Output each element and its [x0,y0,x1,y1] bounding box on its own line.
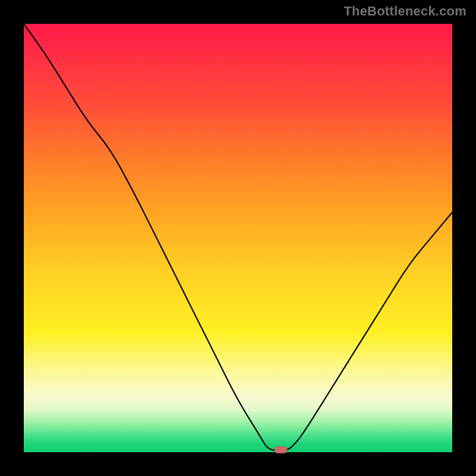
optimal-marker [274,446,287,453]
watermark-text: TheBottleneck.com [344,4,466,19]
curve-path [24,24,452,450]
plot-area [24,24,452,452]
chart-container: TheBottleneck.com [0,0,476,476]
bottleneck-curve [24,24,452,452]
